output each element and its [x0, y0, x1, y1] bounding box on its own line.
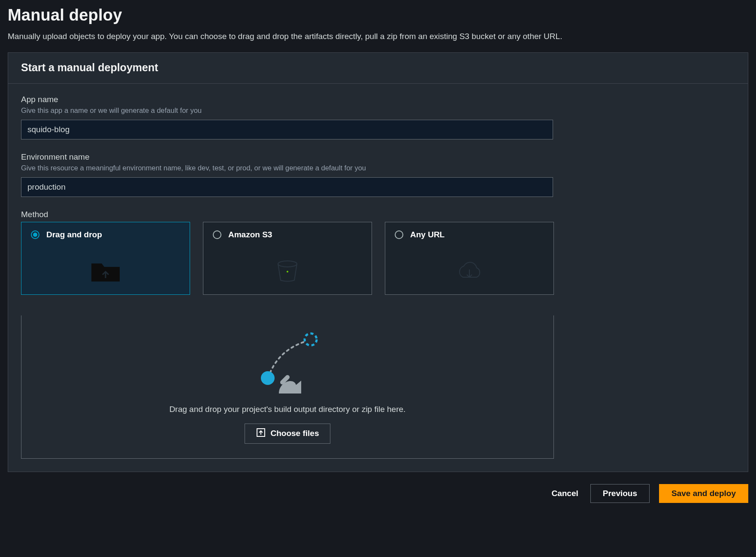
page-description: Manually upload objects to deploy your a… — [8, 30, 748, 43]
env-name-input[interactable] — [21, 177, 553, 197]
app-name-label: App name — [21, 95, 735, 104]
env-name-label: Environment name — [21, 152, 735, 162]
env-name-hint: Give this resource a meaningful environm… — [21, 163, 735, 173]
radio-icon — [213, 230, 221, 239]
panel-body: App name Give this app a name or we will… — [8, 84, 748, 472]
cloud-download-icon — [385, 249, 553, 294]
method-row: Drag and drop Amazon S3 — [21, 222, 735, 295]
form-group-env-name: Environment name Give this resource a me… — [21, 152, 735, 197]
radio-icon — [395, 230, 403, 239]
drag-drop-illustration-icon — [30, 330, 545, 396]
panel-header-title: Start a manual deployment — [21, 61, 735, 74]
upload-icon — [256, 428, 266, 439]
method-label: Method — [21, 210, 735, 219]
form-group-method: Method Drag and drop — [21, 210, 735, 459]
page-title: Manual deploy — [8, 6, 748, 24]
deployment-panel: Start a manual deployment App name Give … — [8, 52, 748, 472]
previous-button[interactable]: Previous — [590, 484, 650, 503]
panel-header: Start a manual deployment — [8, 53, 748, 84]
dropzone-message: Drag and drop your project's build outpu… — [30, 405, 545, 414]
choose-files-label: Choose files — [271, 429, 319, 438]
cancel-button[interactable]: Cancel — [549, 484, 581, 503]
tile-label: Drag and drop — [46, 230, 102, 239]
svg-point-1 — [287, 271, 288, 272]
s3-bucket-icon — [203, 249, 372, 294]
dropzone[interactable]: Drag and drop your project's build outpu… — [21, 315, 554, 459]
choose-files-button[interactable]: Choose files — [245, 424, 331, 444]
app-name-hint: Give this app a name or we will generate… — [21, 106, 735, 115]
svg-point-0 — [278, 261, 297, 267]
form-group-app-name: App name Give this app a name or we will… — [21, 95, 735, 139]
method-tile-amazon-s3[interactable]: Amazon S3 — [203, 222, 372, 295]
folder-upload-icon — [21, 249, 190, 294]
svg-point-3 — [261, 371, 275, 385]
method-tile-drag-drop[interactable]: Drag and drop — [21, 222, 190, 295]
svg-point-2 — [305, 333, 317, 345]
tile-label: Any URL — [410, 230, 445, 239]
save-deploy-button[interactable]: Save and deploy — [659, 484, 748, 503]
radio-icon — [31, 230, 39, 239]
tile-label: Amazon S3 — [228, 230, 272, 239]
method-tile-any-url[interactable]: Any URL — [385, 222, 554, 295]
footer-actions: Cancel Previous Save and deploy — [8, 484, 748, 503]
app-name-input[interactable] — [21, 120, 553, 139]
